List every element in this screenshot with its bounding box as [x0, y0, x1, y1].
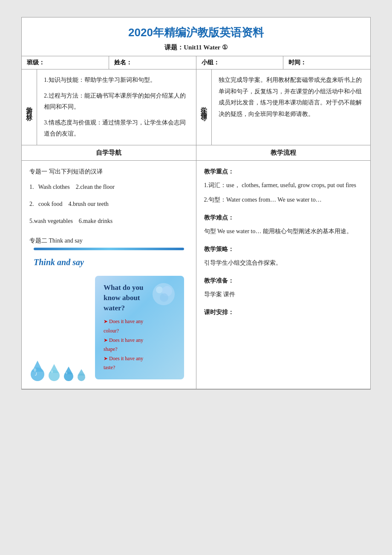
think-sub-2: ➤ Does it have any shape? — [104, 336, 145, 354]
self-study-content: 专题一 写出下列短语的汉译 1. Wash clothes 2.clean th… — [22, 161, 196, 389]
teaching-flow-header: 教学流程 — [196, 145, 371, 160]
teaching-key-label: 教学重点： — [204, 166, 363, 178]
water-circle-icon — [152, 283, 176, 306]
teaching-difficulty-content: 句型 We use water to… 能用核心句型阐述水的基本用途。 — [204, 225, 363, 237]
drop-icon-1: ╯ — [29, 360, 46, 382]
section-headers: 自学导航 教学流程 — [22, 145, 370, 161]
topic2-label: 专题二 Think and say — [29, 235, 188, 247]
teaching-prep-content: 导学案 课件 — [204, 289, 363, 301]
name-cell: 姓名： — [109, 56, 196, 69]
teaching-strategy-content: 引导学生小组交流合作探索。 — [204, 257, 363, 269]
water-figure — [152, 283, 176, 306]
drop-icon-2 — [47, 363, 61, 382]
svg-point-6 — [51, 370, 53, 373]
teaching-flow-content: 教学重点： 1.词汇：use， clothes, farmer, useful,… — [196, 161, 371, 389]
learning-goals-label: 学习目标 — [22, 69, 37, 145]
svg-point-9 — [66, 372, 67, 374]
svg-marker-5 — [49, 364, 59, 373]
svg-marker-1 — [32, 361, 43, 372]
goals-row: 学习目标 1.知识与技能：帮助学生学习新词和句型。 2.过程与方法：能正确书写本… — [22, 69, 370, 145]
time-cell: 时间： — [283, 56, 370, 69]
body-row: 专题一 写出下列短语的汉译 1. Wash clothes 2.clean th… — [22, 161, 370, 389]
svg-marker-11 — [78, 369, 85, 376]
teaching-key-1: 1.词汇：use， clothes, farmer, useful, grow … — [204, 179, 363, 191]
phrase-2: 2. cook food 4.brush our teeth — [29, 198, 188, 210]
teaching-prep-label: 教学准备： — [204, 275, 363, 287]
teaching-key-2: 2.句型：Water comes from… We use water to… — [204, 194, 363, 206]
svg-point-13 — [156, 286, 163, 293]
water-drops-left: ╯ — [29, 360, 86, 382]
teaching-difficulty-label: 教学难点： — [204, 212, 363, 224]
class-cell: 班级： — [22, 56, 109, 69]
phrase-3: 5.wash vegetables 6.make drinks — [29, 215, 188, 227]
svg-marker-8 — [64, 367, 73, 374]
svg-point-2 — [34, 368, 36, 372]
think-and-say-label: Think and say — [34, 254, 188, 271]
think-sub-1: ➤ Does it have any colour? — [104, 317, 145, 335]
sub-title: 课题：Unit11 Water ① — [22, 43, 370, 56]
phrase-1: 1. Wash clothes 2.clean the floor — [29, 181, 188, 193]
teaching-strategy-label: 教学策略： — [204, 243, 363, 255]
drop-icon-4 — [76, 368, 86, 382]
main-title: 2020年精编沪教版英语资料 — [22, 17, 370, 43]
think-text-area: What do you know about water? ➤ Does it … — [104, 283, 145, 373]
study-method-content: 独立完成导学案。利用教材配套磁带或光盘来听书上的单词和句子，反复练习，并在课堂的… — [212, 69, 371, 145]
topic1-label: 专题一 写出下列短语的汉译 — [29, 166, 188, 178]
document-page: 2020年精编沪教版英语资料 课题：Unit11 Water ① 班级： 姓名：… — [21, 17, 371, 390]
learning-goals-content: 1.知识与技能：帮助学生学习新词和句型。 2.过程与方法：能正确书写本课所学的如… — [37, 69, 196, 145]
think-box: What do you know about water? ➤ Does it … — [95, 276, 184, 379]
svg-point-15 — [160, 293, 168, 302]
goal-2: 2.过程与方法：能正确书写本课所学的如何介绍某人的相同和不同。 — [44, 90, 189, 113]
goal-1: 1.知识与技能：帮助学生学习新词和句型。 — [44, 75, 189, 86]
drop-icon-3 — [63, 366, 75, 382]
svg-text:╯: ╯ — [35, 372, 38, 378]
blue-wave-divider — [34, 248, 184, 250]
info-row: 班级： 姓名： 小组： 时间： — [22, 56, 370, 69]
group-cell: 小组： — [196, 56, 284, 69]
think-sub-3: ➤ Does it have any taste? — [104, 354, 145, 373]
study-method-label: 学法指导 — [196, 69, 212, 145]
class-arrangement-label: 课时安排： — [204, 306, 363, 318]
think-main-question: What do you know about water? — [104, 283, 145, 313]
goal-3: 3.情感态度与价值观：通过情景学习，让学生体会志同道合的友谊。 — [44, 117, 189, 140]
self-study-header: 自学导航 — [22, 145, 196, 160]
